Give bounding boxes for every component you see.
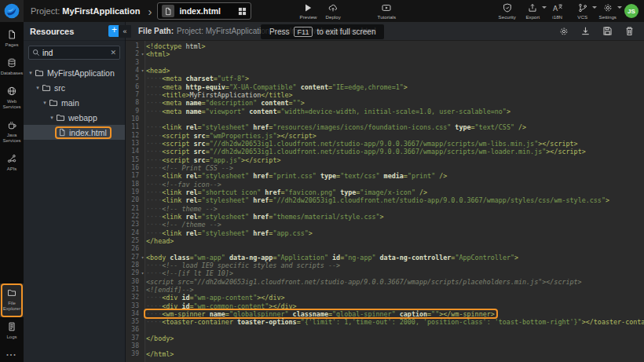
code-line[interactable]: 29▾····<!--[if lt IE 10]> [126,269,644,277]
chevron-right-icon: › [148,5,152,17]
code-line[interactable]: 39</html> [126,350,644,358]
code-line[interactable]: 26 [126,245,644,253]
search-input[interactable] [42,49,108,57]
user-avatar[interactable]: JS [624,4,639,18]
code-line[interactable]: 34····<wm-spinner name="globalspinner" c… [126,310,644,318]
topbar-button-vcs[interactable]: VCS [570,2,595,21]
code-line[interactable]: 4▾<head> [126,67,644,75]
sidebar-item-pages[interactable]: Pages [0,25,24,53]
code-line[interactable]: 17····<link rel="stylesheet" href="print… [126,172,644,180]
code-line[interactable]: 25</head> [126,237,644,245]
delete-button[interactable] [624,26,635,36]
caret-down-icon[interactable]: ▾ [35,85,41,91]
code-text: <body class="wm-app" data-ng-app="Applic… [146,254,518,261]
code-line[interactable]: 11····<link rel="stylesheet" href="resou… [126,123,644,131]
fold-gutter [139,205,146,213]
fold-gutter [139,108,146,115]
fold-gutter [139,42,146,50]
code-text: ····<meta charset="utf-8"> [146,75,249,82]
code-line[interactable]: 22····<link rel="stylesheet" href="theme… [126,213,644,221]
tree-row-src[interactable]: ▾src [24,80,125,95]
code-line[interactable]: 6····<meta http-equiv="X-UA-Compatible" … [126,83,644,91]
tree-row-index-html[interactable]: index.html [24,125,125,140]
topbar-button-i18n[interactable]: Ai18N [545,2,570,21]
sidebar-item-java-services[interactable]: Java Services [0,115,24,149]
caret-down-icon[interactable]: ▾ [42,100,48,106]
code-text: ····<div id="wm-common-content"></div> [146,302,297,310]
code-line[interactable]: 10 [126,115,644,123]
code-area[interactable]: 1<!doctype html>2▾<html>34▾<head>5····<m… [126,41,644,362]
caret-down-icon[interactable]: ▾ [49,115,55,121]
tab-index-html[interactable]: index.html [157,2,251,20]
fold-gutter [139,318,146,326]
caret-down-icon[interactable]: ▾ [27,70,34,76]
code-line[interactable]: 35····<toaster-container toaster-options… [126,318,644,326]
fold-arrow-icon[interactable]: ▾ [139,269,146,277]
code-line[interactable]: 37</body> [126,335,644,342]
code-line[interactable]: 18····<!--fav icon--> [126,181,644,188]
fold-gutter [139,132,146,140]
code-line[interactable]: 2▾<html> [126,50,644,58]
sidebar-item-databases[interactable]: Databases [0,53,24,82]
fold-gutter [139,91,146,99]
code-text: ····<title>MyFirstApplication</title> [146,91,293,99]
topbar-button-export[interactable]: Export [520,2,545,21]
code-line[interactable]: 16····<!-- Print CSS --> [126,164,644,172]
code-line[interactable]: 1<!doctype html> [126,42,644,50]
code-line[interactable]: 24····<link rel="stylesheet" href="app.c… [126,229,644,237]
code-line[interactable]: 7····<title>MyFirstApplication</title> [126,91,644,99]
code-text: ····<!--[if lt IE 10]> [146,269,233,277]
code-line[interactable]: 13····<script src="//dh2dw20653ig1.cloud… [126,140,644,148]
settings-button[interactable] [559,27,569,36]
fold-gutter [139,245,146,253]
download-button[interactable] [580,26,591,36]
line-number: 21 [126,205,139,213]
sidebar-item-apis[interactable]: APIs [0,149,24,177]
code-line[interactable]: 9····<meta name="viewport" content="widt… [126,108,644,115]
code-line[interactable]: 23····<!-- /theme --> [126,221,644,229]
tree-row-webapp[interactable]: ▾webapp [24,110,125,125]
code-line[interactable]: 33····<div id="wm-common-content"></div> [126,302,644,310]
sidebar-overflow-menu[interactable]: ••• [6,346,16,362]
search-box[interactable]: ✕ [28,46,120,60]
save-button[interactable] [602,26,613,36]
code-line[interactable]: 15····<script src="app.js"></script> [126,156,644,164]
code-line[interactable]: 20····<link rel="stylesheet" href="//dh2… [126,196,644,204]
code-line[interactable]: 12····<script src="wmProperties.js"></sc… [126,132,644,140]
shield-icon [503,3,512,13]
topbar-button-preview[interactable]: Preview [295,2,320,21]
fold-arrow-icon[interactable]: ▾ [139,67,146,75]
tree-row-myfirstapplication[interactable]: ▾MyFirstApplication [24,65,125,80]
sidebar-item-file-explorer[interactable]: File Explorer [0,283,24,317]
folder-icon [35,68,44,78]
code-line[interactable]: 5····<meta charset="utf-8"> [126,75,644,82]
code-line[interactable]: 14····<script src="//dh2dw20653ig1.cloud… [126,148,644,155]
topbar-button-settings[interactable]: Settings [595,2,620,21]
grid-icon[interactable] [238,7,247,16]
code-line[interactable]: 31<![endif]--> [126,286,644,294]
annotation-highlight: index.html [56,127,111,138]
topbar-button-tutorials[interactable]: Tutorials [374,2,399,21]
code-line[interactable]: 36 [126,326,644,334]
line-number: 24 [126,229,139,237]
fold-arrow-icon[interactable]: ▾ [139,254,146,261]
code-line[interactable]: 32····<div id="wm-app-content"></div> [126,294,644,302]
topbar-button-deploy[interactable]: Deploy [320,2,346,21]
code-line[interactable]: 38 [126,342,644,350]
code-line[interactable]: 27▾<body class="wm-app" data-ng-app="App… [126,254,644,261]
fold-arrow-icon[interactable]: ▾ [139,50,146,58]
code-line[interactable]: 28····<!-- load IE9 specific styles and … [126,261,644,269]
code-line[interactable]: 30<script src="//dh2dw20653ig1.cloudfron… [126,278,644,286]
code-line[interactable]: 19····<link rel="shortcut icon" href="fa… [126,188,644,196]
tree-row-main[interactable]: ▾main [24,95,125,110]
fold-gutter [139,278,146,286]
code-line[interactable]: 8····<meta name="description" content=""… [126,99,644,107]
clear-search-icon[interactable]: ✕ [110,49,116,57]
sidebar-item-web-services[interactable]: Web Services [0,82,24,115]
code-line[interactable]: 21····<!-- theme --> [126,205,644,213]
sidebar-item-logs[interactable]: Logs [0,317,24,346]
app-logo[interactable] [0,0,24,22]
code-line[interactable]: 3 [126,59,644,67]
topbar-button-security[interactable]: Security [495,2,520,21]
collapse-panel-button[interactable]: « [119,25,131,38]
